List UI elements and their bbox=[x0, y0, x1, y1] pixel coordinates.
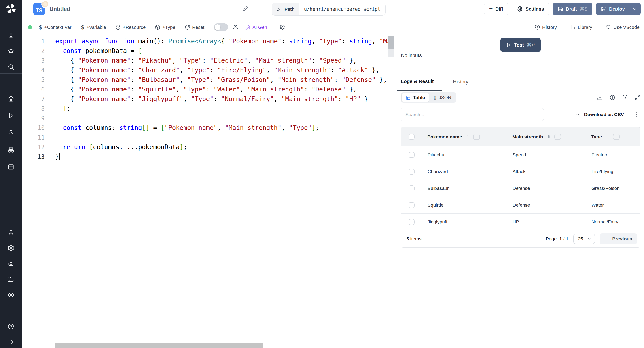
add-variable-button[interactable]: $ +Variable bbox=[81, 24, 106, 30]
gear-icon bbox=[517, 6, 523, 12]
library-button[interactable]: Library bbox=[570, 24, 592, 30]
dollar-icon: $ bbox=[39, 24, 42, 30]
settings-button[interactable]: Settings bbox=[512, 3, 549, 15]
deploy-button[interactable]: Deploy bbox=[596, 3, 629, 15]
history-button[interactable]: History bbox=[535, 24, 557, 30]
home-icon[interactable] bbox=[7, 95, 15, 102]
editor-vertical-scrollbar[interactable] bbox=[388, 36, 394, 48]
cubes-icon[interactable] bbox=[7, 146, 15, 154]
code-line-13[interactable]: 13} bbox=[22, 152, 397, 162]
help-icon[interactable] bbox=[7, 322, 15, 330]
table-cell: Bulbasaur bbox=[422, 180, 507, 196]
users-icon bbox=[232, 24, 238, 30]
dollar-icon: $ bbox=[81, 24, 84, 30]
code-line-7[interactable]: 7 { "Pokemon name": "Jigglypuff", "Type"… bbox=[22, 94, 397, 104]
deploy-dropdown-button[interactable] bbox=[629, 3, 641, 15]
table-row[interactable]: PikachuSpeedElectric bbox=[401, 146, 640, 163]
path-edit-button[interactable]: Path bbox=[272, 3, 299, 16]
robot-icon[interactable] bbox=[7, 260, 15, 268]
users-icon-button[interactable] bbox=[232, 24, 238, 30]
column-label: Type bbox=[591, 134, 602, 140]
table-row[interactable]: BulbasaurDefenseGrass/Poison bbox=[401, 180, 640, 196]
kebab-menu-icon[interactable] bbox=[633, 112, 639, 118]
sort-icon[interactable] bbox=[465, 134, 470, 139]
editor-settings-button[interactable] bbox=[280, 24, 285, 30]
table-cell: Water bbox=[586, 197, 640, 213]
folder-icon[interactable] bbox=[7, 276, 15, 283]
use-vscode-button[interactable]: Use VScode bbox=[606, 24, 640, 30]
page-size-select[interactable]: 25 bbox=[573, 234, 595, 244]
code-line-12[interactable]: 12 return [columns, ...pokemonData]; bbox=[22, 142, 397, 152]
code-line-1[interactable]: 1export async function main(): Promise<A… bbox=[22, 36, 397, 46]
arrow-right-icon[interactable] bbox=[7, 338, 15, 346]
code-line-5[interactable]: 5 { "Pokemon name": "Bulbasaur", "Type":… bbox=[22, 75, 397, 84]
row-checkbox[interactable] bbox=[408, 169, 414, 175]
table-row[interactable]: JigglypuffHPNormal/Fairy bbox=[401, 213, 640, 230]
calendar-icon[interactable] bbox=[7, 163, 15, 170]
tab-logs-result[interactable]: Logs & Result bbox=[397, 72, 442, 91]
code-line-3[interactable]: 3 { "Pokemon name": "Pikachu", "Type": "… bbox=[22, 56, 397, 65]
copy-clipboard-icon[interactable] bbox=[622, 94, 628, 100]
expand-icon[interactable] bbox=[634, 94, 640, 100]
gear-icon[interactable] bbox=[7, 244, 15, 252]
search-icon[interactable] bbox=[7, 63, 15, 71]
eye-icon[interactable] bbox=[7, 291, 15, 299]
line-number: 13 bbox=[22, 154, 55, 160]
line-number: 10 bbox=[22, 124, 55, 131]
add-resource-button[interactable]: +Resource bbox=[116, 24, 146, 30]
table-icon bbox=[406, 95, 411, 100]
row-checkbox[interactable] bbox=[408, 219, 414, 225]
windmill-logo[interactable] bbox=[5, 3, 16, 14]
table-row[interactable]: SquirtleDefenseWater bbox=[401, 196, 640, 213]
view-json-button[interactable]: {} JSON bbox=[429, 93, 455, 102]
column-header-type: Type bbox=[586, 134, 640, 140]
chevron-down-icon bbox=[587, 236, 592, 241]
draft-button[interactable]: Draft ⌘S bbox=[553, 3, 592, 15]
code-line-6[interactable]: 6 { "Pokemon name": "Squirtle", "Type": … bbox=[22, 84, 397, 94]
sort-icon[interactable] bbox=[546, 134, 551, 139]
reset-button[interactable]: Reset bbox=[185, 24, 204, 30]
path-value[interactable]: u/henri/unencumbered_script bbox=[299, 3, 385, 16]
refresh-icon bbox=[185, 24, 190, 30]
user-icon[interactable] bbox=[7, 228, 15, 236]
ai-gen-button[interactable]: AI Gen bbox=[245, 24, 267, 30]
column-filter-box[interactable] bbox=[473, 134, 480, 140]
save-icon bbox=[601, 6, 606, 12]
star-icon[interactable] bbox=[7, 47, 15, 54]
column-label: Main strength bbox=[512, 134, 543, 140]
table-row[interactable]: CharizardAttackFire/Flying bbox=[401, 163, 640, 180]
add-context-var-button[interactable]: $ +Context Var bbox=[39, 24, 72, 30]
add-type-button[interactable]: +Type bbox=[155, 24, 175, 30]
test-button[interactable]: Test ⌘↵ bbox=[500, 38, 541, 52]
code-line-9[interactable]: 9 bbox=[22, 114, 397, 123]
column-filter-box[interactable] bbox=[554, 134, 561, 140]
download-result-icon[interactable] bbox=[597, 94, 603, 100]
search-input[interactable] bbox=[401, 108, 544, 121]
play-icon[interactable] bbox=[7, 112, 15, 120]
code-line-4[interactable]: 4 { "Pokemon name": "Charizard", "Type":… bbox=[22, 65, 397, 75]
code-line-2[interactable]: 2 const pokemonData = [ bbox=[22, 46, 397, 56]
diff-button[interactable]: ± Diff bbox=[484, 3, 508, 15]
row-checkbox[interactable] bbox=[408, 202, 414, 208]
row-checkbox[interactable] bbox=[408, 186, 414, 192]
download-csv-button[interactable]: Download as CSV bbox=[575, 112, 624, 118]
row-checkbox[interactable] bbox=[408, 152, 414, 158]
info-icon[interactable] bbox=[610, 94, 616, 100]
view-table-button[interactable]: Table bbox=[402, 93, 429, 102]
select-all-checkbox[interactable] bbox=[408, 134, 414, 140]
assistant-toggle[interactable] bbox=[214, 24, 228, 31]
building-icon[interactable] bbox=[7, 31, 15, 38]
sort-icon[interactable] bbox=[605, 134, 610, 139]
dollar-icon[interactable] bbox=[7, 129, 15, 136]
code-line-11[interactable]: 11 bbox=[22, 132, 397, 142]
previous-page-button[interactable]: Previous bbox=[600, 234, 637, 244]
column-filter-box[interactable] bbox=[613, 134, 620, 140]
tab-history[interactable]: History bbox=[451, 72, 470, 91]
code-editor[interactable]: 1export async function main(): Promise<A… bbox=[22, 36, 397, 348]
code-line-10[interactable]: 10 const columns: string[] = ["Pokemon n… bbox=[22, 123, 397, 132]
table-cell: Squirtle bbox=[422, 197, 507, 213]
library-icon bbox=[570, 24, 576, 30]
code-line-8[interactable]: 8 ]; bbox=[22, 104, 397, 114]
editor-horizontal-scrollbar[interactable] bbox=[55, 343, 263, 348]
edit-title-icon[interactable] bbox=[242, 5, 249, 12]
